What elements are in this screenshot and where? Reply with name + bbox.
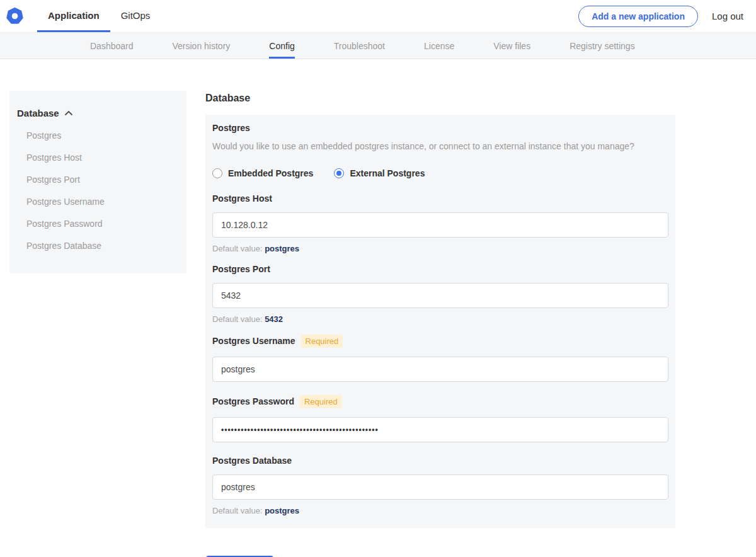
radio-unchecked-icon	[212, 168, 222, 178]
subnav-tab-dashboard[interactable]: Dashboard	[90, 33, 134, 59]
subnav-tab-license-label: License	[424, 41, 454, 51]
sidebar-item-postgres-host[interactable]: Postgres Host	[9, 147, 186, 169]
postgres-database-input[interactable]	[212, 474, 668, 500]
subnav-tab-view-files-label: View files	[493, 41, 530, 51]
sidebar-item-postgres[interactable]: Postgres	[9, 125, 186, 147]
postgres-username-input[interactable]	[212, 357, 668, 382]
subnav-tab-config-label: Config	[269, 41, 294, 51]
radio-embedded-postgres-label: Embedded Postgres	[228, 168, 313, 178]
top-header: Application GitOps Add a new application…	[0, 0, 756, 32]
subnav-tab-troubleshoot-label: Troubleshoot	[334, 41, 385, 51]
postgres-password-input[interactable]	[212, 417, 668, 442]
postgres-password-label: Postgres Password	[212, 396, 294, 406]
group-label: Postgres	[212, 123, 668, 133]
tab-application-label: Application	[48, 10, 100, 21]
config-group-panel: Postgres Would you like to use an embedd…	[205, 115, 675, 528]
postgres-host-label: Postgres Host	[212, 193, 272, 204]
config-sidebar: Database Postgres Postgres Host Postgres…	[9, 91, 186, 273]
postgres-port-input[interactable]	[212, 283, 668, 308]
subnav-tab-license[interactable]: License	[424, 33, 454, 59]
sidebar-group-label: Database	[17, 108, 59, 118]
subnav-tab-version-history[interactable]: Version history	[173, 33, 231, 59]
default-value: 5432	[265, 314, 283, 324]
sidebar-item-postgres-database[interactable]: Postgres Database	[9, 235, 186, 257]
subnav-tab-dashboard-label: Dashboard	[90, 41, 134, 51]
subnav-tab-registry-settings-label: Registry settings	[570, 41, 634, 51]
logo-icon	[6, 8, 23, 25]
sidebar-item-postgres-port[interactable]: Postgres Port	[9, 169, 186, 191]
postgres-database-default: Default value: postgres	[212, 506, 668, 515]
logout-button[interactable]: Log out	[712, 11, 743, 21]
sidebar-item-postgres-password[interactable]: Postgres Password	[9, 213, 186, 235]
tab-gitops-label: GitOps	[121, 10, 151, 21]
sidebar-group-database[interactable]: Database	[9, 108, 186, 118]
required-badge: Required	[301, 335, 343, 348]
sidebar-item-list: Postgres Postgres Host Postgres Port Pos…	[9, 125, 186, 257]
tab-gitops[interactable]: GitOps	[110, 0, 161, 32]
default-value: postgres	[265, 244, 299, 253]
subnav-tab-view-files[interactable]: View files	[493, 33, 530, 59]
chevron-up-icon	[64, 110, 73, 116]
postgres-host-default: Default value: postgres	[212, 244, 668, 253]
required-badge: Required	[300, 395, 342, 408]
tab-application[interactable]: Application	[37, 0, 110, 32]
app-subnav: Dashboard Version history Config Trouble…	[0, 32, 756, 59]
postgres-username-label: Postgres Username	[212, 336, 295, 346]
header-actions: Add a new application Log out	[578, 0, 756, 32]
subnav-tab-version-history-label: Version history	[173, 41, 231, 51]
postgres-port-label: Postgres Port	[212, 264, 270, 274]
postgres-port-default: Default value: 5432	[212, 314, 668, 324]
postgres-host-input[interactable]	[212, 212, 668, 238]
primary-tabs: Application GitOps	[37, 0, 161, 32]
default-prefix: Default value:	[212, 314, 263, 324]
subnav-tab-registry-settings[interactable]: Registry settings	[570, 33, 634, 59]
radio-external-postgres-label: External Postgres	[350, 168, 425, 178]
app-logo	[6, 0, 23, 32]
radio-external-postgres[interactable]: External Postgres	[334, 168, 425, 178]
radio-checked-icon	[334, 168, 344, 178]
add-application-button[interactable]: Add a new application	[578, 6, 698, 27]
sidebar-item-postgres-username[interactable]: Postgres Username	[9, 191, 186, 213]
default-value: postgres	[265, 506, 299, 515]
group-description: Would you like to use an embedded postgr…	[212, 141, 668, 152]
subnav-tab-config[interactable]: Config	[269, 33, 294, 59]
postgres-mode-radio-group: Embedded Postgres External Postgres	[212, 168, 668, 178]
subnav-tab-troubleshoot[interactable]: Troubleshoot	[334, 33, 385, 59]
default-prefix: Default value:	[212, 244, 263, 253]
postgres-database-label: Postgres Database	[212, 456, 292, 466]
radio-embedded-postgres[interactable]: Embedded Postgres	[212, 168, 313, 178]
default-prefix: Default value:	[212, 506, 263, 515]
page-title: Database	[205, 93, 675, 104]
config-main: Database Postgres Would you like to use …	[205, 93, 675, 557]
content-area: Database Postgres Postgres Host Postgres…	[0, 59, 756, 557]
